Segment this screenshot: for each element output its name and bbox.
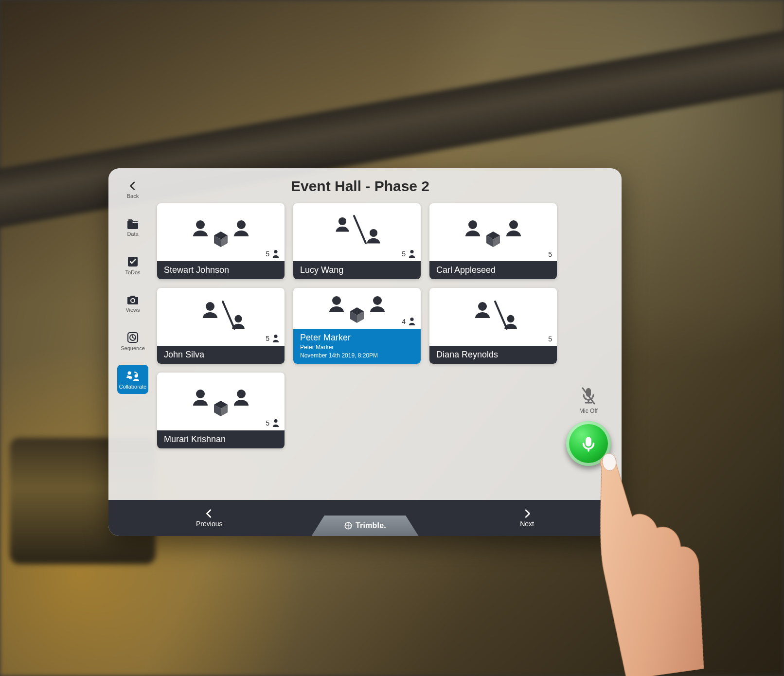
svg-point-25 [507, 315, 514, 322]
join-button[interactable] [566, 421, 611, 466]
person-small-icon [272, 334, 280, 343]
sidebar-item-collaborate[interactable]: Collaborate [117, 365, 148, 394]
card-name: Lucy Wang [300, 265, 414, 275]
card-illustration: 5 [157, 203, 285, 261]
card-count: 5 [266, 334, 280, 343]
mic-icon [580, 435, 597, 452]
brand-tab: Trimble. [312, 516, 419, 536]
main-area: Event Hall - Phase 2 5 Stewart Johnson 5… [157, 168, 622, 500]
svg-point-16 [206, 302, 214, 311]
svg-point-2 [131, 299, 134, 302]
svg-line-24 [495, 302, 507, 329]
svg-point-7 [196, 220, 205, 229]
bottom-bar: Previous Next Trimble. [108, 500, 622, 536]
person-slash-icon [454, 298, 532, 337]
collaborator-card[interactable]: 5Carl Appleseed [429, 203, 557, 279]
card-illustration: 5 [429, 203, 557, 261]
next-button[interactable]: Next [520, 508, 534, 528]
svg-point-22 [410, 318, 413, 321]
card-name: Peter Marker [300, 333, 414, 343]
card-illustration: 5 [429, 288, 557, 346]
folder-icon [126, 218, 139, 229]
chevron-left-icon [127, 180, 138, 191]
app-panel: Back Data ToDos [108, 168, 622, 536]
card-footer: Peter MarkerPeter MarkerNovember 14th 20… [293, 329, 421, 364]
collaborator-card[interactable]: 5 Stewart Johnson [157, 203, 285, 279]
card-count: 5 [548, 250, 552, 258]
svg-point-14 [468, 220, 477, 229]
person-small-icon [272, 419, 280, 427]
person-small-icon [272, 249, 280, 258]
card-name: Diana Reynolds [436, 350, 550, 360]
collaborator-card[interactable]: 5 John Silva [157, 288, 285, 364]
mic-label: Mic Off [579, 408, 598, 414]
globe-icon [344, 521, 353, 530]
svg-point-5 [128, 372, 131, 375]
clock-icon [127, 332, 139, 343]
next-label: Next [520, 520, 534, 528]
card-count: 4 [402, 317, 416, 326]
camera-icon [126, 294, 139, 305]
card-illustration: 5 [157, 288, 285, 346]
svg-rect-33 [586, 437, 591, 447]
card-footer: Stewart Johnson [157, 261, 285, 279]
sidebar-item-todos[interactable]: ToDos [117, 251, 148, 280]
svg-point-12 [370, 229, 377, 236]
svg-point-21 [373, 296, 382, 305]
chevron-right-icon [522, 508, 533, 519]
card-illustration: 5 [157, 373, 285, 430]
sidebar-item-label: ToDos [125, 269, 140, 275]
card-illustration: 4 [293, 288, 421, 329]
card-count-value: 4 [402, 318, 406, 325]
svg-line-17 [223, 302, 234, 329]
checkbox-icon [127, 256, 139, 267]
sidebar: Back Data ToDos [108, 168, 157, 500]
card-count: 5 [402, 249, 416, 258]
card-count: 5 [548, 335, 552, 343]
people-box-icon [182, 213, 260, 252]
svg-point-28 [274, 419, 277, 423]
svg-point-18 [234, 315, 242, 322]
sidebar-item-sequence[interactable]: Sequence [117, 327, 148, 356]
collaborator-card[interactable]: 4 Peter MarkerPeter MarkerNovember 14th … [293, 288, 421, 364]
people-box-icon [182, 382, 260, 421]
collaborator-card[interactable]: 5 Lucy Wang [293, 203, 421, 279]
svg-point-9 [274, 250, 277, 253]
card-name: Stewart Johnson [164, 265, 278, 275]
people-box-icon [318, 289, 396, 328]
sidebar-item-label: Collaborate [119, 384, 146, 390]
mic-off-button[interactable]: Mic Off [579, 386, 598, 414]
people-slash-icon [318, 213, 396, 252]
brand-text: Trimble. [356, 521, 386, 530]
card-count-value: 5 [266, 419, 269, 427]
svg-point-27 [237, 390, 246, 398]
collaborator-card[interactable]: 5 Murari Krishnan [157, 373, 285, 448]
previous-button[interactable]: Previous [196, 508, 222, 528]
card-footer: Diana Reynolds [429, 346, 557, 364]
mic-off-icon [580, 386, 597, 406]
svg-point-20 [332, 296, 341, 305]
page-title: Event Hall - Phase 2 [157, 178, 563, 195]
back-label: Back [127, 193, 139, 199]
card-grid: 5 Stewart Johnson 5 Lucy Wang 5Carl Appl… [157, 203, 563, 448]
card-footer: Lucy Wang [293, 261, 421, 279]
sidebar-item-views[interactable]: Views [117, 289, 148, 318]
back-button[interactable]: Back [117, 175, 148, 204]
svg-point-23 [478, 302, 487, 311]
svg-point-10 [339, 217, 346, 225]
sidebar-item-data[interactable]: Data [117, 213, 148, 242]
chevron-left-icon [204, 508, 214, 519]
card-count-value: 5 [266, 250, 269, 258]
sidebar-item-label: Sequence [121, 345, 145, 351]
person-slash-icon [182, 298, 260, 337]
card-footer: John Silva [157, 346, 285, 364]
person-small-icon [408, 249, 416, 258]
svg-line-11 [354, 216, 366, 243]
right-controls: Mic Off [566, 386, 611, 466]
card-footer: Carl Appleseed [429, 261, 557, 279]
card-name: Carl Appleseed [436, 265, 550, 275]
people-box-icon [454, 213, 532, 252]
collaborator-card[interactable]: 5Diana Reynolds [429, 288, 557, 364]
svg-point-19 [274, 335, 277, 338]
card-sub2: November 14th 2019, 8:20PM [300, 352, 414, 360]
